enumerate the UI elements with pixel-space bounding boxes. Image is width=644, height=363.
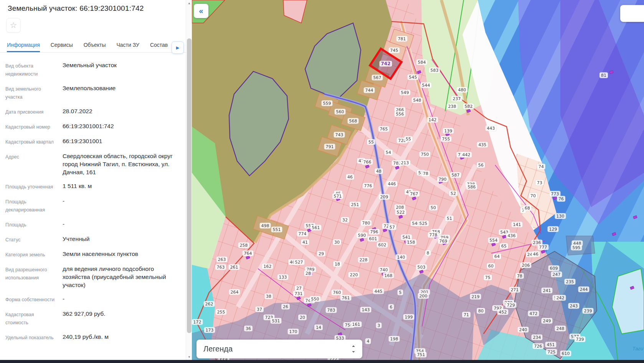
parcel-label[interactable]: 244: [578, 287, 590, 292]
parcel-label[interactable]: 26: [281, 304, 290, 310]
parcel-label[interactable]: 548: [412, 97, 423, 103]
parcel-label[interactable]: 48: [375, 168, 383, 174]
parcel-label[interactable]: 162: [262, 264, 273, 269]
parcel-label[interactable]: 609: [548, 266, 560, 271]
parcel-label[interactable]: 32: [341, 217, 349, 223]
parcel-label[interactable]: 271: [509, 287, 520, 293]
parcel-label[interactable]: 29: [317, 251, 325, 257]
parcel-label[interactable]: 65: [500, 243, 508, 249]
parcel-label[interactable]: 241: [542, 288, 553, 294]
parcel-label[interactable]: 248: [555, 326, 566, 332]
parcel-label[interactable]: 781: [396, 36, 408, 42]
parcel-label[interactable]: 5: [398, 290, 403, 295]
parcel-label[interactable]: 30: [333, 239, 341, 245]
parcel-label[interactable]: 209: [379, 194, 390, 200]
parcel-label[interactable]: 52: [449, 191, 457, 196]
parcel-label[interactable]: 168: [383, 273, 394, 279]
parcel-label[interactable]: 234: [532, 335, 543, 340]
parcel-label[interactable]: 764: [243, 251, 254, 256]
parcel-label[interactable]: 139: [443, 128, 454, 134]
parcel-label[interactable]: 20: [298, 315, 307, 320]
parcel-label[interactable]: 55: [367, 139, 375, 145]
parcel-label[interactable]: 235: [565, 279, 576, 285]
parcel-label[interactable]: 582: [463, 104, 474, 109]
parcel-label[interactable]: 556: [395, 111, 406, 117]
parcel-label[interactable]: 219: [470, 294, 481, 300]
parcel-label[interactable]: 261: [229, 264, 240, 270]
parcel-label[interactable]: 760: [332, 290, 343, 295]
parcel-label[interactable]: 584: [416, 59, 428, 65]
parcel-label[interactable]: 436: [506, 233, 517, 239]
parcel-label[interactable]: 55: [404, 136, 413, 142]
parcel-label[interactable]: 249: [542, 318, 553, 324]
parcel-label[interactable]: 744: [364, 87, 375, 93]
parcel-label[interactable]: 220: [348, 272, 360, 278]
parcel-label[interactable]: 480: [457, 87, 468, 93]
parcel-label[interactable]: 237: [451, 96, 462, 102]
parcel-label[interactable]: 255: [216, 309, 227, 315]
parcel-label[interactable]: 780: [361, 220, 372, 226]
parcel-label[interactable]: 451: [545, 342, 556, 348]
parcel-label[interactable]: 158: [406, 239, 417, 245]
parcel-label[interactable]: 206: [520, 262, 532, 268]
parcel-label[interactable]: 140: [396, 254, 407, 260]
parcel-label[interactable]: 751: [416, 352, 427, 358]
parcel-label[interactable]: 173: [204, 327, 215, 333]
parcel-label[interactable]: 561: [310, 225, 322, 231]
parcel-label[interactable]: 610: [560, 351, 571, 356]
parcel-label[interactable]: 601: [368, 236, 379, 242]
parcel-label[interactable]: 527: [294, 259, 305, 265]
parcel-label[interactable]: 242: [555, 295, 566, 301]
scrollbar-up-arrow[interactable]: ▲: [186, 0, 192, 6]
parcel-label[interactable]: 142: [427, 117, 438, 123]
parcel-label[interactable]: 765: [378, 126, 390, 132]
parcel-label[interactable]: 14: [314, 325, 323, 330]
parcel-label[interactable]: 238: [447, 104, 458, 109]
parcel-label[interactable]: 442: [461, 152, 472, 158]
parcel-label[interactable]: 587: [450, 172, 461, 178]
map-canvas[interactable]: 7817457425677445845835455445495482665561…: [192, 0, 644, 363]
collapse-panel-button[interactable]: «: [194, 4, 208, 18]
parcel-label[interactable]: 731: [293, 291, 304, 297]
parcel-label[interactable]: 791: [324, 144, 335, 150]
parcel-label[interactable]: 251: [350, 202, 361, 208]
parcel-label[interactable]: 51: [445, 216, 454, 221]
parcel-label[interactable]: 41: [301, 239, 309, 245]
parcel-label[interactable]: 46: [532, 251, 540, 257]
parcel-label[interactable]: 522: [395, 210, 406, 215]
parcel-label[interactable]: 3: [376, 323, 382, 328]
parcel-label[interactable]: 258: [238, 243, 249, 248]
parcel-label[interactable]: 170: [288, 329, 299, 335]
parcel-label[interactable]: 435: [477, 142, 488, 148]
parcel-label[interactable]: 6: [388, 304, 394, 310]
parcel-label[interactable]: 763: [215, 264, 226, 270]
parcel-label[interactable]: 57: [388, 224, 396, 230]
parcel-label[interactable]: 18: [333, 261, 342, 267]
parcel-label[interactable]: 729: [505, 302, 517, 308]
parcel-label[interactable]: 525: [418, 221, 429, 226]
parcel-label[interactable]: 46: [346, 174, 354, 180]
parcel-label[interactable]: 743: [334, 132, 345, 138]
scrollbar-thumb[interactable]: [187, 38, 192, 333]
parcel-label[interactable]: 130: [555, 213, 566, 219]
tab-4[interactable]: Части ЗУ: [116, 39, 139, 52]
parcel-label[interactable]: 80: [477, 308, 485, 314]
parcel-label[interactable]: 73: [535, 180, 544, 186]
parcel-label[interactable]: 761: [340, 295, 352, 301]
parcel-label[interactable]: 76: [557, 196, 565, 202]
parcel-label[interactable]: 560: [335, 109, 346, 115]
parcel-label[interactable]: 70: [529, 193, 537, 199]
tab-1[interactable]: Информация: [7, 39, 40, 52]
parcel-label[interactable]: 50: [429, 205, 438, 211]
parcel-label[interactable]: 172: [192, 319, 203, 325]
parcel-label[interactable]: 774: [297, 231, 308, 237]
parcel-label[interactable]: 554: [488, 238, 499, 243]
parcel-label[interactable]: 262: [204, 301, 215, 307]
parcel-label[interactable]: 503: [416, 264, 427, 270]
parcel-label[interactable]: 143: [360, 307, 372, 313]
parcel-label[interactable]: 755: [441, 136, 452, 142]
parcel-label[interactable]: 740: [378, 267, 390, 273]
parcel-label[interactable]: 602: [377, 242, 388, 248]
parcel-label[interactable]: 199: [403, 314, 414, 320]
parcel-label[interactable]: 71: [462, 312, 471, 318]
